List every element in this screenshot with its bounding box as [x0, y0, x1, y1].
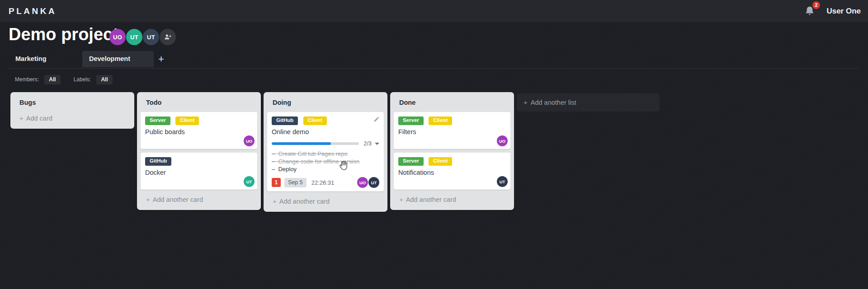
label-server: Server	[398, 117, 424, 125]
card-public-boards[interactable]: Server Client Public boards UO	[141, 112, 257, 149]
card-online-demo[interactable]: GitHub Client Online demo 2/3 Create Git…	[267, 112, 384, 191]
add-card-button[interactable]: +Add another card	[394, 193, 510, 206]
label-client: Client	[303, 117, 327, 125]
tasks-progress: 2/3	[272, 140, 379, 147]
list-title[interactable]: Doing	[267, 96, 384, 112]
card-title: Public boards	[145, 128, 253, 135]
project-members: UO UT UT	[109, 29, 176, 45]
members-filter-value[interactable]: All	[44, 75, 60, 84]
label-client: Client	[175, 117, 199, 125]
plus-icon: +	[399, 196, 403, 203]
tab-development[interactable]: Development	[82, 51, 154, 67]
notification-count-badge[interactable]: 2	[812, 1, 820, 9]
list-bugs: Bugs +Add card	[10, 92, 134, 129]
progress-track	[272, 142, 359, 145]
card-labels: GitHub	[145, 156, 253, 166]
card-labels: GitHub Client	[272, 116, 379, 125]
avatar: UT	[368, 177, 379, 188]
avatar: UO	[244, 135, 255, 146]
add-card-button[interactable]: +Add another card	[141, 193, 257, 206]
progress-count: 2/3	[364, 140, 372, 147]
label-github: GitHub	[145, 157, 171, 166]
avatar[interactable]: UT	[143, 29, 159, 45]
avatar: UT	[244, 176, 255, 187]
task-list: Create GitHub Pages repo Change code for…	[272, 150, 379, 173]
list-title[interactable]: Todo	[141, 96, 257, 112]
due-date-badge: Sep 5	[284, 178, 307, 187]
filter-bar: Members: All Labels: All	[15, 75, 113, 84]
add-list-button[interactable]: +Add another list	[517, 93, 660, 112]
plus-icon: +	[273, 197, 277, 205]
task-item: Create GitHub Pages repo	[272, 150, 379, 158]
avatar: UO	[497, 135, 508, 146]
progress-fill	[272, 142, 331, 145]
card-notification-badge: 1	[272, 178, 281, 187]
user-menu[interactable]: User One	[826, 7, 861, 16]
card-labels: Server Client	[398, 156, 506, 166]
list-todo: Todo Server Client Public boards UO GitH…	[137, 92, 261, 210]
label-github: GitHub	[272, 117, 298, 125]
labels-filter-label: Labels:	[74, 76, 91, 83]
edit-card-icon[interactable]	[373, 116, 380, 122]
card-docker[interactable]: GitHub Docker UT	[141, 153, 257, 190]
avatar: UT	[497, 176, 508, 187]
members-filter-label: Members:	[15, 76, 39, 83]
labels-filter-value[interactable]: All	[96, 75, 112, 84]
list-done: Done Server Client Filters UO Server Cli…	[390, 92, 514, 210]
tabs-divider	[9, 68, 859, 69]
list-doing: Doing GitHub Client Online demo 2/3 Crea…	[264, 92, 387, 212]
add-card-button[interactable]: +Add another card	[267, 195, 384, 208]
label-client: Client	[429, 117, 452, 125]
task-item: Deploy	[272, 165, 379, 173]
card-badges: 1 Sep 5 22:26:31 UO UT	[272, 177, 379, 188]
avatar: UO	[357, 177, 368, 188]
chevron-down-icon[interactable]	[375, 143, 379, 145]
card-title: Online demo	[272, 128, 379, 135]
timer-value: 22:26:31	[311, 179, 335, 186]
planka-logo[interactable]: PLANKA	[9, 6, 57, 16]
list-title[interactable]: Bugs	[14, 96, 131, 112]
avatar[interactable]: UT	[126, 29, 142, 45]
plus-icon: +	[524, 98, 528, 106]
add-board-button[interactable]: +	[158, 53, 164, 65]
avatar[interactable]: UO	[109, 29, 126, 45]
add-card-button[interactable]: +Add card	[14, 112, 131, 125]
card-members: UO UT	[357, 177, 379, 188]
tab-marketing[interactable]: Marketing	[9, 51, 73, 67]
task-item: Change code for offline version	[272, 158, 379, 165]
label-server: Server	[145, 117, 170, 125]
card-labels: Server Client	[398, 116, 506, 125]
project-title[interactable]: Demo project	[9, 25, 118, 44]
card-filters[interactable]: Server Client Filters UO	[394, 112, 510, 149]
card-title: Notifications	[398, 169, 506, 176]
card-title: Filters	[398, 128, 506, 135]
list-title[interactable]: Done	[394, 96, 510, 112]
topbar: PLANKA 2 User One	[0, 0, 868, 22]
label-client: Client	[429, 157, 452, 166]
card-notifications[interactable]: Server Client Notifications UT	[394, 153, 510, 190]
plus-icon: +	[146, 196, 150, 203]
label-server: Server	[398, 157, 424, 166]
add-member-button[interactable]	[160, 29, 176, 45]
card-labels: Server Client	[145, 116, 253, 125]
plus-icon: +	[19, 114, 24, 122]
card-title: Docker	[145, 169, 253, 176]
